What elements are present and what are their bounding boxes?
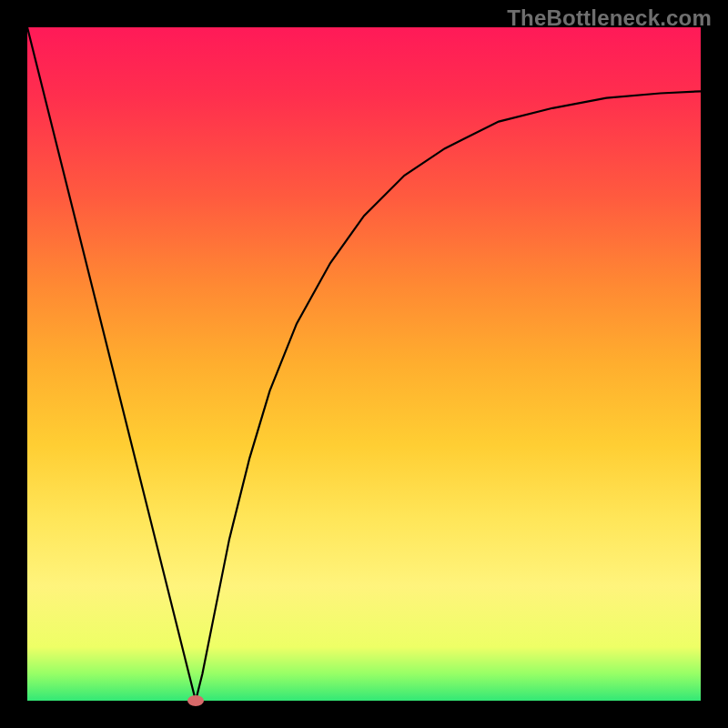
curve-svg <box>27 27 701 701</box>
optimal-point-marker <box>187 695 204 706</box>
plot-area <box>27 27 701 701</box>
bottleneck-chart: TheBottleneck.com <box>0 0 728 728</box>
bottleneck-curve-line <box>27 27 701 701</box>
watermark-text: TheBottleneck.com <box>507 5 712 31</box>
